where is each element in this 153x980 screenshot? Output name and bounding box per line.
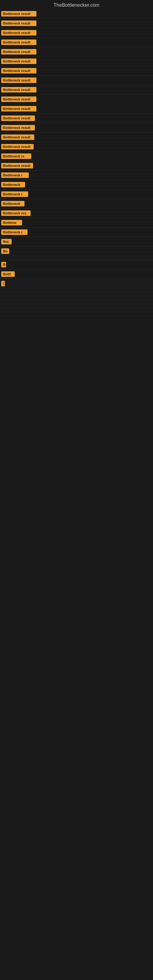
list-item: Bottleneck result xyxy=(0,38,153,47)
bottleneck-result-badge[interactable]: Bottleneck result xyxy=(1,11,37,16)
list-item: Bottleneck re xyxy=(0,151,153,161)
bottleneck-result-badge[interactable]: Bottleneck result xyxy=(1,125,35,130)
list-item xyxy=(0,296,153,301)
site-title: TheBottlenecker.com xyxy=(0,0,153,9)
list-item: Bottleneck result xyxy=(0,47,153,57)
list-item: Bottleneck xyxy=(0,199,153,208)
list-item: | xyxy=(0,279,153,288)
bottleneck-result-badge[interactable]: Bottleneck result xyxy=(1,30,37,35)
bottleneck-result-badge[interactable]: Bottleneck result xyxy=(1,163,33,169)
bottleneck-result-badge[interactable]: Bottleneck result xyxy=(1,97,37,102)
bottleneck-result-badge[interactable]: Bottleneck result xyxy=(1,59,37,64)
bottleneck-result-badge[interactable]: Bottleneck result xyxy=(1,78,37,83)
list-item: Bot xyxy=(0,237,153,247)
list-item: Bottleneck result xyxy=(0,142,153,151)
list-item: Bottleneck r xyxy=(0,228,153,237)
bottleneck-result-badge[interactable]: Bottleneck r xyxy=(1,229,27,235)
list-item: Bottleneck r xyxy=(0,189,153,199)
bottleneck-result-badge[interactable]: Bottleneck result xyxy=(1,68,37,73)
bottleneck-result-badge[interactable]: Bottleneck r xyxy=(1,172,29,178)
bottleneck-result-badge[interactable]: Bottleneck result xyxy=(1,87,37,92)
list-item: Bottleneck res xyxy=(0,208,153,218)
list-item: Bottleneck result xyxy=(0,161,153,170)
bottleneck-result-badge[interactable]: Bottleneck result xyxy=(1,144,33,150)
bottleneck-result-badge[interactable]: Bottleneck res xyxy=(1,210,30,216)
list-item: Bottleneck result xyxy=(0,95,153,104)
bottleneck-result-badge[interactable]: Bottleneck result xyxy=(1,49,37,54)
list-item: B xyxy=(0,260,153,269)
bottleneck-result-badge[interactable]: Bottleneck r xyxy=(1,191,28,197)
list-item: Bo xyxy=(0,247,153,256)
list-item: Bottleneck result xyxy=(0,76,153,85)
list-item xyxy=(0,301,153,304)
list-item: Bottleneck result xyxy=(0,133,153,142)
list-item xyxy=(0,304,153,309)
bottleneck-result-badge[interactable]: Bottleneck result xyxy=(1,115,35,121)
list-item xyxy=(0,293,153,296)
list-item xyxy=(0,309,153,312)
bottleneck-result-badge[interactable]: Bottlene xyxy=(1,220,22,225)
bottleneck-result-badge[interactable]: Bottleneck re xyxy=(1,153,31,159)
list-item: Bottlene xyxy=(0,218,153,228)
bottleneck-result-badge[interactable]: Bot xyxy=(1,239,12,244)
list-item: Bottleneck result xyxy=(0,28,153,38)
list-item: Bottleneck result xyxy=(0,104,153,114)
list-item: Bottleneck result xyxy=(0,85,153,95)
bottleneck-result-badge[interactable]: B xyxy=(1,262,6,267)
bottleneck-result-badge[interactable]: Bo xyxy=(1,248,9,254)
list-item xyxy=(0,256,153,260)
list-item xyxy=(0,288,153,293)
bottleneck-result-badge[interactable]: Bottleneck result xyxy=(1,106,37,111)
list-item: Bottleneck result xyxy=(0,114,153,123)
bottleneck-result-badge[interactable]: Bottleneck xyxy=(1,201,24,207)
list-item: Bottleneck result xyxy=(0,123,153,133)
list-item: Bottl xyxy=(0,269,153,279)
bottleneck-result-badge[interactable]: | xyxy=(1,281,5,286)
list-item: Bottleneck r xyxy=(0,170,153,180)
list-item: Bottleneck result xyxy=(0,66,153,76)
bottleneck-result-badge[interactable]: Bottleneck result xyxy=(1,134,34,140)
bottleneck-result-badge[interactable]: Bottleneck result xyxy=(1,40,37,45)
list-item: Bottleneck xyxy=(0,180,153,189)
list-item: Bottleneck result xyxy=(0,9,153,19)
bottleneck-result-badge[interactable]: Bottl xyxy=(1,271,15,277)
bottleneck-result-badge[interactable]: Bottleneck xyxy=(1,182,25,188)
bottleneck-result-badge[interactable]: Bottleneck result xyxy=(1,21,37,26)
list-item: Bottleneck result xyxy=(0,57,153,66)
list-item: Bottleneck result xyxy=(0,19,153,28)
